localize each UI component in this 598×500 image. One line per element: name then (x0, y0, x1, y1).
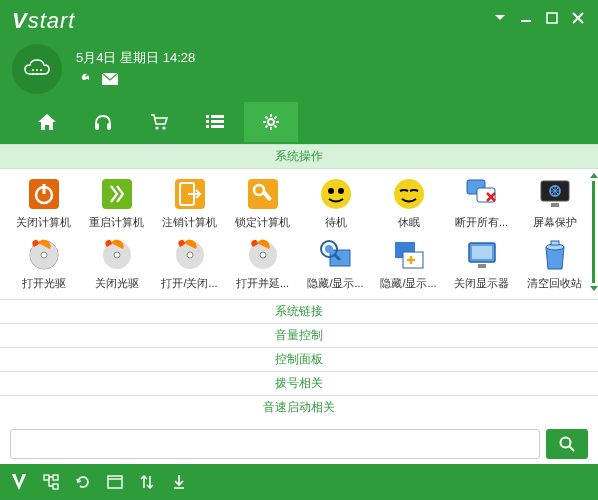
disconnect-icon (465, 177, 499, 211)
section-link-dial[interactable]: 拨号相关 (0, 371, 598, 395)
item-hide-show-1[interactable]: 隐藏/显示... (300, 236, 371, 293)
section-link-sonic[interactable]: 音速启动相关 (0, 395, 598, 419)
svg-rect-11 (206, 125, 209, 128)
svg-point-25 (338, 188, 344, 194)
item-hibernate[interactable]: 休眠 (373, 175, 444, 232)
footer-tree-icon[interactable] (42, 473, 60, 491)
tab-list[interactable] (188, 102, 242, 142)
item-screensaver[interactable]: 屏幕保护 (519, 175, 590, 232)
svg-point-13 (268, 119, 274, 125)
svg-point-40 (260, 252, 266, 258)
svg-point-26 (394, 179, 424, 209)
svg-rect-12 (211, 125, 224, 128)
tab-home[interactable] (20, 102, 74, 142)
item-restart[interactable]: 重启计算机 (81, 175, 152, 232)
svg-rect-52 (44, 475, 49, 480)
dropdown-icon[interactable] (492, 10, 508, 26)
svg-rect-10 (211, 120, 224, 123)
item-label: 关闭计算机 (16, 215, 71, 230)
item-recycle[interactable]: 清空回收站 (519, 236, 590, 293)
svg-rect-31 (551, 203, 559, 207)
cd-open-icon (27, 238, 61, 272)
window-controls (492, 10, 586, 26)
close-icon[interactable] (570, 10, 586, 26)
tab-cart[interactable] (132, 102, 186, 142)
tab-headphones[interactable] (76, 102, 130, 142)
item-label: 休眠 (398, 215, 420, 230)
svg-point-34 (41, 252, 47, 258)
item-label: 关闭光驱 (95, 276, 139, 291)
svg-point-24 (328, 188, 334, 194)
section-link-volume[interactable]: 音量控制 (0, 323, 598, 347)
scrollbar[interactable] (590, 173, 595, 295)
maximize-icon[interactable] (544, 10, 560, 26)
item-label: 断开所有... (455, 215, 508, 230)
tab-settings[interactable] (244, 102, 298, 142)
item-shutdown[interactable]: 关闭计算机 (8, 175, 79, 232)
item-label: 屏幕保护 (533, 215, 577, 230)
scroll-up-icon[interactable] (590, 173, 598, 178)
search-input[interactable] (10, 429, 540, 459)
item-cd-toggle[interactable]: 打开/关闭... (154, 236, 225, 293)
svg-rect-16 (42, 184, 45, 194)
footer-download-icon[interactable] (170, 473, 188, 491)
svg-point-6 (162, 126, 165, 129)
footer-logo[interactable] (10, 473, 28, 491)
scroll-down-icon[interactable] (590, 286, 598, 291)
footer-window-icon[interactable] (106, 473, 124, 491)
nav-tabs (0, 100, 598, 144)
mail-icon[interactable] (102, 73, 118, 89)
item-standby[interactable]: 待机 (300, 175, 371, 232)
svg-rect-8 (211, 115, 224, 118)
hide-show-2-icon (392, 238, 426, 272)
footer-sort-icon[interactable] (138, 473, 156, 491)
section-header-system-ops[interactable]: 系统操作 (0, 144, 598, 169)
lock-icon (246, 177, 280, 211)
item-lock[interactable]: 锁定计算机 (227, 175, 298, 232)
svg-rect-1 (547, 13, 557, 23)
item-label: 打开光驱 (22, 276, 66, 291)
svg-point-5 (155, 126, 158, 129)
screensaver-icon (538, 177, 572, 211)
item-cd-open[interactable]: 打开光驱 (8, 236, 79, 293)
hide-show-icon (319, 238, 353, 272)
item-label: 清空回收站 (527, 276, 582, 291)
svg-rect-47 (472, 246, 492, 259)
section-link-control-panel[interactable]: 控制面板 (0, 347, 598, 371)
cd-delay-icon (246, 238, 280, 272)
datetime-label: 5月4日 星期日 14:28 (76, 49, 195, 67)
item-cd-close[interactable]: 关闭光驱 (81, 236, 152, 293)
item-cd-delay[interactable]: 打开并延... (227, 236, 298, 293)
item-disconnect[interactable]: 断开所有... (446, 175, 517, 232)
item-hide-show-2[interactable]: 隐藏/显示... (373, 236, 444, 293)
svg-rect-48 (478, 264, 486, 268)
content-area: 系统操作 关闭计算机 重启计算机 注销计算机 锁定计算机 待机 (0, 144, 598, 464)
minimize-icon[interactable] (518, 10, 534, 26)
section-link-system[interactable]: 系统链接 (0, 299, 598, 323)
power-off-icon (27, 177, 61, 211)
svg-rect-3 (95, 123, 99, 130)
item-label: 待机 (325, 215, 347, 230)
svg-rect-9 (206, 120, 209, 123)
item-label: 注销计算机 (162, 215, 217, 230)
item-label: 锁定计算机 (235, 215, 290, 230)
scroll-track[interactable] (592, 181, 595, 283)
item-label: 打开/关闭... (161, 276, 217, 291)
footer-refresh-icon[interactable] (74, 473, 92, 491)
footer (0, 464, 598, 500)
svg-rect-0 (521, 20, 531, 22)
cloud-icon[interactable] (12, 44, 62, 94)
header: VVstartstart 5月4日 星期日 14:28 (0, 0, 598, 100)
restart-icon (100, 177, 134, 211)
item-monitor-off[interactable]: 关闭显示器 (446, 236, 517, 293)
hibernate-icon (392, 177, 426, 211)
svg-rect-55 (108, 476, 122, 488)
svg-rect-53 (53, 475, 58, 480)
item-logout[interactable]: 注销计算机 (154, 175, 225, 232)
search-button[interactable] (546, 429, 588, 459)
wrench-icon[interactable] (76, 73, 92, 89)
icon-grid: 关闭计算机 重启计算机 注销计算机 锁定计算机 待机 休眠 (0, 169, 598, 299)
item-label: 关闭显示器 (454, 276, 509, 291)
recycle-icon (538, 238, 572, 272)
logout-icon (173, 177, 207, 211)
